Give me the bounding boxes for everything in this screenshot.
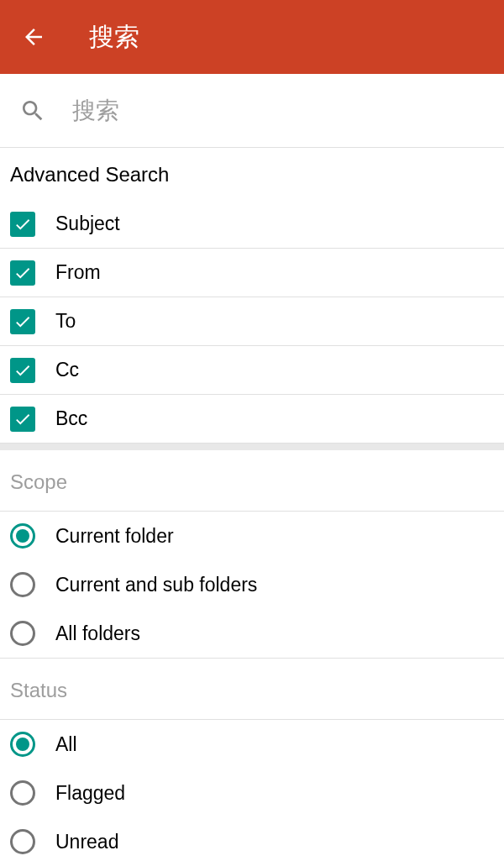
- radio-row-unread[interactable]: Unread: [0, 817, 504, 861]
- radio-row-all-folders[interactable]: All folders: [0, 609, 504, 658]
- advanced-search-title: Advanced Search: [0, 148, 504, 200]
- checkbox-row-to[interactable]: To: [0, 297, 504, 346]
- check-icon: [13, 361, 32, 380]
- checkbox-label: Bcc: [55, 407, 87, 430]
- radio-row-all[interactable]: All: [0, 720, 504, 769]
- radio-label: All: [55, 733, 77, 756]
- radio-label: Current and sub folders: [55, 574, 257, 596]
- checkbox-row-cc[interactable]: Cc: [0, 346, 504, 395]
- radio-all[interactable]: [10, 732, 35, 757]
- radio-label: All folders: [55, 622, 140, 645]
- status-title: Status: [0, 659, 504, 719]
- checkbox-bcc[interactable]: [10, 407, 35, 432]
- search-bar: [0, 74, 504, 148]
- radio-current-folder[interactable]: [10, 523, 35, 549]
- radio-row-sub-folders[interactable]: Current and sub folders: [0, 560, 504, 609]
- checkbox-subject[interactable]: [10, 212, 35, 237]
- checkbox-label: Cc: [55, 359, 79, 381]
- check-icon: [13, 410, 32, 428]
- header-title: 搜索: [89, 20, 139, 55]
- check-icon: [13, 312, 32, 331]
- check-icon: [13, 264, 32, 282]
- app-header: 搜索: [0, 0, 504, 74]
- radio-row-current-folder[interactable]: Current folder: [0, 512, 504, 560]
- scope-title: Scope: [0, 450, 504, 511]
- checkbox-label: From: [55, 261, 101, 284]
- back-button[interactable]: [17, 20, 50, 54]
- search-input[interactable]: [54, 97, 492, 124]
- radio-all-folders[interactable]: [10, 621, 35, 646]
- check-icon: [13, 215, 32, 234]
- radio-flagged[interactable]: [10, 780, 35, 806]
- radio-sub-folders[interactable]: [10, 572, 35, 597]
- checkbox-row-from[interactable]: From: [0, 249, 504, 297]
- section-divider: [0, 444, 504, 450]
- search-icon: [12, 90, 54, 132]
- checkbox-to[interactable]: [10, 309, 35, 334]
- checkbox-label: Subject: [55, 213, 120, 235]
- checkbox-row-bcc[interactable]: Bcc: [0, 395, 504, 444]
- radio-unread[interactable]: [10, 829, 35, 854]
- checkbox-label: To: [55, 310, 76, 333]
- checkbox-row-subject[interactable]: Subject: [0, 200, 504, 249]
- checkbox-from[interactable]: [10, 260, 35, 286]
- arrow-back-icon: [21, 24, 46, 50]
- radio-label: Unread: [55, 831, 118, 853]
- radio-row-flagged[interactable]: Flagged: [0, 769, 504, 817]
- radio-label: Current folder: [55, 525, 174, 548]
- checkbox-cc[interactable]: [10, 358, 35, 383]
- radio-label: Flagged: [55, 782, 125, 805]
